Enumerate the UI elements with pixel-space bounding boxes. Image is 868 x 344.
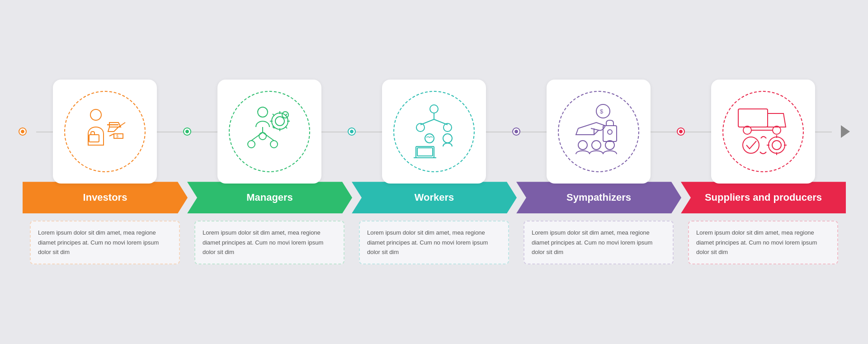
- managers-card-wrapper: [187, 80, 352, 184]
- svg-point-20: [270, 141, 278, 148]
- workers-card-wrapper: [352, 80, 516, 184]
- svg-point-36: [578, 141, 587, 150]
- investors-label: Investors: [83, 192, 127, 203]
- svg-point-21: [430, 105, 438, 113]
- svg-rect-29: [417, 148, 433, 156]
- infographic: $: [23, 80, 845, 264]
- sympathizers-desc-box: Lorem ipsum dolor sit dim amet, mea regi…: [524, 221, 674, 264]
- managers-desc-box: Lorem ipsum dolor sit dim amet, mea regi…: [194, 221, 344, 264]
- investors-arrow: Investors: [23, 182, 188, 213]
- managers-icon: [240, 102, 299, 161]
- workers-label: Workers: [415, 192, 454, 203]
- svg-point-0: [90, 109, 101, 120]
- managers-desc-item: Lorem ipsum dolor sit dim amet, mea regi…: [187, 221, 352, 264]
- svg-line-11: [285, 127, 287, 128]
- svg-line-12: [285, 114, 287, 116]
- investors-icon-circle: $: [64, 91, 146, 172]
- managers-label: Managers: [246, 192, 293, 203]
- managers-dot: [184, 128, 190, 135]
- investors-card-wrapper: $: [23, 80, 187, 184]
- workers-icon-circle: [393, 91, 475, 172]
- svg-rect-34: [603, 126, 617, 141]
- svg-line-10: [273, 114, 274, 116]
- investors-desc-box: Lorem ipsum dolor sit dim amet, mea regi…: [30, 221, 180, 264]
- investors-desc-item: Lorem ipsum dolor sit dim amet, mea regi…: [23, 221, 187, 264]
- suppliers-icon: [734, 102, 793, 161]
- sympathizers-label: Sympathizers: [566, 192, 631, 203]
- svg-rect-39: [738, 109, 768, 127]
- sympathizers-icon: $: [569, 102, 628, 161]
- suppliers-desc-box: Lorem ipsum dolor sit dim amet, mea regi…: [688, 221, 838, 264]
- workers-arrow: Workers: [352, 182, 517, 213]
- workers-icon: [405, 102, 463, 161]
- sympathizers-icon-circle: $: [558, 91, 639, 172]
- suppliers-label: Suppliers and producers: [705, 192, 822, 203]
- svg-point-5: [275, 117, 284, 126]
- suppliers-dot: [678, 128, 684, 135]
- sympathizers-desc-item: Lorem ipsum dolor sit dim amet, mea regi…: [516, 221, 681, 264]
- svg-point-35: [608, 130, 612, 134]
- workers-desc-box: Lorem ipsum dolor sit dim amet, mea regi…: [359, 221, 509, 264]
- svg-point-37: [592, 141, 601, 150]
- managers-icon-circle: [229, 91, 310, 172]
- svg-point-15: [259, 132, 266, 140]
- svg-point-44: [772, 141, 781, 150]
- workers-desc-item: Lorem ipsum dolor sit dim amet, mea regi…: [352, 221, 516, 264]
- suppliers-arrow: Suppliers and producers: [681, 182, 846, 213]
- investors-icon-card: $: [53, 80, 157, 184]
- svg-rect-1: [89, 135, 99, 142]
- sympathizers-desc: Lorem ipsum dolor sit dim amet, mea regi…: [532, 228, 665, 257]
- svg-point-27: [425, 134, 434, 143]
- managers-arrow: Managers: [187, 182, 352, 213]
- sympathizers-dot: [513, 128, 519, 135]
- suppliers-icon-circle: [722, 91, 804, 172]
- svg-point-3: [258, 107, 268, 117]
- investors-dot: [19, 128, 26, 135]
- suppliers-icon-card: [711, 80, 815, 184]
- sympathizers-icon-card: $: [547, 80, 651, 184]
- svg-text:$: $: [600, 108, 604, 115]
- svg-text:$: $: [116, 134, 118, 138]
- sympathizers-card-wrapper: $: [516, 80, 681, 184]
- investors-desc: Lorem ipsum dolor sit dim amet, mea regi…: [38, 228, 172, 257]
- workers-icon-card: [382, 80, 486, 184]
- workers-desc: Lorem ipsum dolor sit dim amet, mea regi…: [367, 228, 501, 257]
- svg-point-43: [769, 137, 785, 153]
- arrow-row: Investors Managers Workers Sympathizers …: [23, 182, 845, 213]
- managers-icon-card: [217, 80, 321, 184]
- svg-point-49: [743, 137, 759, 153]
- investors-icon: $: [75, 102, 134, 161]
- suppliers-desc: Lorem ipsum dolor sit dim amet, mea regi…: [696, 228, 830, 257]
- suppliers-desc-item: Lorem ipsum dolor sit dim amet, mea regi…: [681, 221, 845, 264]
- icon-cards-row: $: [23, 80, 845, 184]
- workers-dot: [349, 128, 355, 135]
- sympathizers-arrow: Sympathizers: [516, 182, 681, 213]
- svg-point-19: [248, 141, 255, 148]
- suppliers-card-wrapper: [681, 80, 845, 184]
- managers-desc: Lorem ipsum dolor sit dim amet, mea regi…: [203, 228, 336, 257]
- svg-point-31: [443, 134, 452, 143]
- desc-row: Lorem ipsum dolor sit dim amet, mea regi…: [23, 221, 845, 264]
